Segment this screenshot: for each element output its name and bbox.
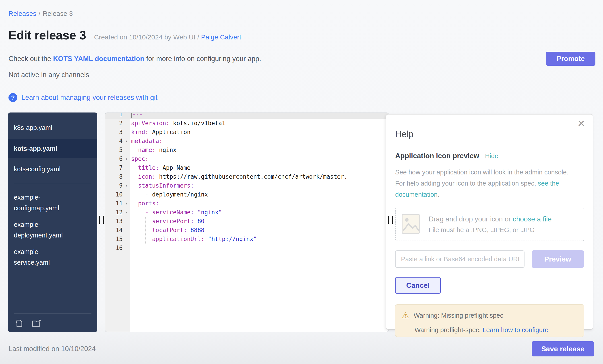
fold-spacer	[123, 163, 130, 172]
yaml-editor[interactable]: 1---2apiVersion: kots.io/v1beta13kind: A…	[105, 112, 389, 332]
warning-body-text: Warning preflight-spec.	[415, 326, 483, 333]
line-number: 14	[105, 226, 123, 235]
code-text: - deployment/nginx	[130, 190, 208, 199]
new-file-icon[interactable]	[14, 318, 24, 329]
image-placeholder-icon	[401, 214, 420, 235]
fold-spacer	[123, 226, 130, 235]
code-text: ports:	[130, 199, 159, 208]
code-line[interactable]: 12▾ - serviceName: "nginx"	[105, 208, 388, 217]
code-line[interactable]: 7 title: App Name	[105, 163, 388, 172]
code-text: ---	[130, 112, 143, 119]
code-text: - serviceName: "nginx"	[130, 208, 222, 217]
warning-triangle-icon: ⚠	[402, 311, 409, 320]
code-line[interactable]: 11▾ ports:	[105, 199, 388, 208]
line-number: 11	[105, 199, 123, 208]
line-number: 15	[105, 235, 123, 243]
fold-arrow-icon[interactable]: ▾	[123, 208, 130, 217]
code-line[interactable]: 2apiVersion: kots.io/v1beta1	[105, 119, 388, 128]
created-text: Created on 10/10/2024 by Web UI /	[94, 33, 199, 41]
code-text: name: nginx	[130, 145, 177, 154]
cancel-button[interactable]: Cancel	[395, 277, 441, 294]
code-line[interactable]: 3kind: Application	[105, 128, 388, 137]
file-item[interactable]: kots-app.yaml	[8, 139, 97, 158]
choose-file-link[interactable]: choose a file	[513, 215, 552, 223]
code-line[interactable]: 1---	[105, 112, 388, 119]
line-number: 4	[105, 137, 123, 145]
save-release-button[interactable]: Save release	[532, 341, 594, 356]
learn-configure-link[interactable]: Learn how to configure	[483, 326, 548, 333]
code-line[interactable]: 5 name: nginx	[105, 145, 388, 154]
preview-button[interactable]: Preview	[532, 250, 584, 268]
fold-arrow-icon[interactable]: ▾	[123, 199, 130, 208]
line-number: 6	[105, 154, 123, 163]
file-item[interactable]: example-service.yaml	[8, 246, 82, 268]
line-number: 5	[105, 145, 123, 154]
git-releases-link[interactable]: Learn about managing your releases with …	[21, 94, 157, 102]
fold-spacer	[123, 119, 130, 128]
file-item[interactable]: kots-config.yaml	[8, 164, 82, 175]
close-icon[interactable]: ✕	[577, 119, 585, 128]
code-text	[130, 243, 131, 252]
code-text: spec:	[130, 154, 149, 163]
created-by-link[interactable]: Paige Calvert	[201, 33, 241, 41]
code-line[interactable]: 9▾ statusInformers:	[105, 181, 388, 190]
editor-help-resize-handle[interactable]	[388, 216, 393, 224]
sidebar-editor-resize-handle[interactable]	[99, 216, 104, 224]
doc-row: Check out the KOTS YAML documentation fo…	[9, 55, 261, 63]
fold-arrow-icon[interactable]: ▾	[123, 137, 130, 145]
doc-suffix: for more info on configuring your app.	[144, 55, 261, 63]
sidebar-footer	[14, 313, 92, 329]
code-line[interactable]: 4▾metadata:	[105, 137, 388, 145]
line-number: 9	[105, 181, 123, 190]
line-number: 7	[105, 163, 123, 172]
fold-arrow-icon[interactable]: ▾	[123, 181, 130, 190]
line-number: 2	[105, 119, 123, 128]
code-line[interactable]: 13 servicePort: 80	[105, 217, 388, 226]
file-item[interactable]: k8s-app.yaml	[8, 122, 82, 133]
code-text: metadata:	[130, 137, 162, 145]
code-line[interactable]: 16	[105, 243, 388, 252]
code-text: localPort: 8888	[130, 226, 205, 235]
preflight-warning-box: ⚠ Warning: Missing preflight spec Warnin…	[395, 304, 584, 337]
description-period: .	[438, 191, 439, 198]
line-number: 10	[105, 190, 123, 199]
doc-prefix: Check out the	[9, 55, 53, 63]
code-text: icon: https://raw.githubusercontent.com/…	[130, 172, 348, 181]
breadcrumb-current: Release 3	[43, 10, 73, 17]
code-line[interactable]: 14 localPort: 8888	[105, 226, 388, 235]
file-list-primary: k8s-app.yamlkots-app.yamlkots-config.yam…	[8, 122, 97, 175]
new-folder-icon[interactable]	[31, 318, 41, 329]
line-number: 8	[105, 172, 123, 181]
icon-preview-title: Application icon preview	[395, 152, 479, 160]
breadcrumb: Releases/Release 3	[9, 10, 73, 17]
created-info: Created on 10/10/2024 by Web UI / Paige …	[94, 33, 241, 41]
line-number: 16	[105, 243, 123, 252]
code-line[interactable]: 8 icon: https://raw.githubusercontent.co…	[105, 172, 388, 181]
fold-arrow-icon[interactable]: ▾	[123, 154, 130, 163]
icon-dropzone[interactable]: Drag and drop your icon or choose a file…	[395, 208, 584, 241]
file-item[interactable]: example-configmap.yaml	[8, 192, 82, 213]
file-tree-sidebar: k8s-app.yamlkots-app.yamlkots-config.yam…	[8, 112, 97, 332]
fold-spacer	[123, 128, 130, 137]
code-lines: 1---2apiVersion: kots.io/v1beta13kind: A…	[105, 112, 388, 252]
dropzone-text: Drag and drop your icon or	[429, 215, 513, 223]
code-line[interactable]: 10 - deployment/nginx	[105, 190, 388, 199]
code-line[interactable]: 6▾spec:	[105, 154, 388, 163]
text-cursor	[131, 112, 132, 118]
title-row: Edit release 3 Created on 10/10/2024 by …	[9, 28, 241, 42]
code-text: applicationUrl: "http://nginx"	[130, 235, 257, 243]
breadcrumb-releases-link[interactable]: Releases	[9, 10, 36, 17]
code-text: apiVersion: kots.io/v1beta1	[130, 119, 225, 128]
kots-yaml-doc-link[interactable]: KOTS YAML documentation	[53, 55, 144, 63]
icon-url-input[interactable]	[395, 250, 524, 268]
promote-button[interactable]: Promote	[546, 52, 595, 66]
file-list-divider	[14, 184, 92, 184]
file-item[interactable]: example-deployment.yaml	[8, 219, 82, 241]
code-line[interactable]: 15 applicationUrl: "http://nginx"	[105, 235, 388, 243]
warning-title: Warning: Missing preflight spec	[414, 312, 503, 319]
icon-preview-description: See how your application icon will look …	[395, 167, 578, 200]
line-number: 13	[105, 217, 123, 226]
hide-link[interactable]: Hide	[485, 152, 499, 160]
help-panel: ✕ Help Application icon preview Hide See…	[386, 114, 593, 330]
file-list-secondary: example-configmap.yamlexample-deployment…	[8, 192, 97, 268]
